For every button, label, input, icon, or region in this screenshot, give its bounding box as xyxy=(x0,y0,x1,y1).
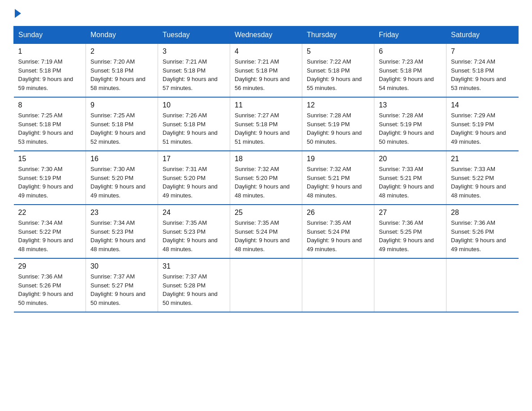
day-number: 31 xyxy=(163,262,225,270)
day-info: Sunrise: 7:37 AMSunset: 5:27 PMDaylight:… xyxy=(90,272,153,307)
day-info: Sunrise: 7:25 AMSunset: 5:18 PMDaylight:… xyxy=(18,111,82,146)
logo xyxy=(13,9,22,18)
week-row-1: 1 Sunrise: 7:19 AMSunset: 5:18 PMDayligh… xyxy=(14,44,519,98)
header-sunday: Sunday xyxy=(14,26,86,44)
day-cell-29: 29 Sunrise: 7:36 AMSunset: 5:26 PMDaylig… xyxy=(14,258,86,312)
day-cell-13: 13 Sunrise: 7:28 AMSunset: 5:19 PMDaylig… xyxy=(374,97,446,151)
day-cell-3: 3 Sunrise: 7:21 AMSunset: 5:18 PMDayligh… xyxy=(158,44,230,98)
day-number: 1 xyxy=(18,47,82,56)
day-info: Sunrise: 7:31 AMSunset: 5:20 PMDaylight:… xyxy=(163,165,225,200)
day-number: 25 xyxy=(235,209,297,217)
day-number: 8 xyxy=(18,101,82,109)
day-number: 3 xyxy=(163,47,225,56)
day-cell-2: 2 Sunrise: 7:20 AMSunset: 5:18 PMDayligh… xyxy=(86,44,158,98)
header-monday: Monday xyxy=(86,26,158,44)
day-cell-16: 16 Sunrise: 7:30 AMSunset: 5:20 PMDaylig… xyxy=(86,151,158,205)
day-number: 4 xyxy=(235,47,297,56)
day-cell-21: 21 Sunrise: 7:33 AMSunset: 5:22 PMDaylig… xyxy=(446,151,519,205)
day-info: Sunrise: 7:22 AMSunset: 5:18 PMDaylight:… xyxy=(307,57,369,92)
day-number: 14 xyxy=(451,101,514,109)
logo-arrow-icon xyxy=(15,9,21,18)
day-info: Sunrise: 7:27 AMSunset: 5:18 PMDaylight:… xyxy=(235,111,297,146)
day-info: Sunrise: 7:24 AMSunset: 5:18 PMDaylight:… xyxy=(451,57,514,92)
day-info: Sunrise: 7:36 AMSunset: 5:25 PMDaylight:… xyxy=(379,218,442,253)
day-cell-15: 15 Sunrise: 7:30 AMSunset: 5:19 PMDaylig… xyxy=(14,151,86,205)
week-row-2: 8 Sunrise: 7:25 AMSunset: 5:18 PMDayligh… xyxy=(14,97,519,151)
day-cell-1: 1 Sunrise: 7:19 AMSunset: 5:18 PMDayligh… xyxy=(14,44,86,98)
day-number: 13 xyxy=(379,101,442,109)
day-cell-14: 14 Sunrise: 7:29 AMSunset: 5:19 PMDaylig… xyxy=(446,97,519,151)
day-number: 7 xyxy=(451,47,514,56)
day-cell-22: 22 Sunrise: 7:34 AMSunset: 5:22 PMDaylig… xyxy=(14,205,86,258)
week-row-5: 29 Sunrise: 7:36 AMSunset: 5:26 PMDaylig… xyxy=(14,258,519,312)
day-number: 6 xyxy=(379,47,442,56)
day-cell-27: 27 Sunrise: 7:36 AMSunset: 5:25 PMDaylig… xyxy=(374,205,446,258)
day-number: 29 xyxy=(18,262,82,270)
day-info: Sunrise: 7:35 AMSunset: 5:24 PMDaylight:… xyxy=(307,218,369,253)
day-info: Sunrise: 7:33 AMSunset: 5:21 PMDaylight:… xyxy=(379,165,442,200)
day-info: Sunrise: 7:30 AMSunset: 5:19 PMDaylight:… xyxy=(18,165,82,200)
day-number: 19 xyxy=(307,155,369,163)
day-info: Sunrise: 7:36 AMSunset: 5:26 PMDaylight:… xyxy=(18,272,82,307)
day-info: Sunrise: 7:37 AMSunset: 5:28 PMDaylight:… xyxy=(163,272,225,307)
day-info: Sunrise: 7:25 AMSunset: 5:18 PMDaylight:… xyxy=(90,111,153,146)
day-cell-10: 10 Sunrise: 7:26 AMSunset: 5:18 PMDaylig… xyxy=(158,97,230,151)
day-info: Sunrise: 7:32 AMSunset: 5:20 PMDaylight:… xyxy=(235,165,297,200)
day-number: 20 xyxy=(379,155,442,163)
day-number: 21 xyxy=(451,155,514,163)
day-number: 18 xyxy=(235,155,297,163)
day-number: 26 xyxy=(307,209,369,217)
day-cell-28: 28 Sunrise: 7:36 AMSunset: 5:26 PMDaylig… xyxy=(446,205,519,258)
week-row-4: 22 Sunrise: 7:34 AMSunset: 5:22 PMDaylig… xyxy=(14,205,519,258)
day-cell-9: 9 Sunrise: 7:25 AMSunset: 5:18 PMDayligh… xyxy=(86,97,158,151)
day-cell-11: 11 Sunrise: 7:27 AMSunset: 5:18 PMDaylig… xyxy=(230,97,302,151)
day-number: 22 xyxy=(18,209,82,217)
day-cell-26: 26 Sunrise: 7:35 AMSunset: 5:24 PMDaylig… xyxy=(302,205,374,258)
day-number: 5 xyxy=(307,47,369,56)
day-number: 17 xyxy=(163,155,225,163)
day-info: Sunrise: 7:34 AMSunset: 5:22 PMDaylight:… xyxy=(18,218,82,253)
day-number: 12 xyxy=(307,101,369,109)
day-number: 11 xyxy=(235,101,297,109)
day-cell-5: 5 Sunrise: 7:22 AMSunset: 5:18 PMDayligh… xyxy=(302,44,374,98)
day-number: 23 xyxy=(90,209,153,217)
day-number: 28 xyxy=(451,209,514,217)
day-info: Sunrise: 7:28 AMSunset: 5:19 PMDaylight:… xyxy=(379,111,442,146)
page-header xyxy=(13,9,519,18)
day-info: Sunrise: 7:19 AMSunset: 5:18 PMDaylight:… xyxy=(18,57,82,92)
day-cell-25: 25 Sunrise: 7:35 AMSunset: 5:24 PMDaylig… xyxy=(230,205,302,258)
day-cell-31: 31 Sunrise: 7:37 AMSunset: 5:28 PMDaylig… xyxy=(158,258,230,312)
empty-cell xyxy=(446,258,519,312)
day-cell-17: 17 Sunrise: 7:31 AMSunset: 5:20 PMDaylig… xyxy=(158,151,230,205)
header-wednesday: Wednesday xyxy=(230,26,302,44)
day-cell-19: 19 Sunrise: 7:32 AMSunset: 5:21 PMDaylig… xyxy=(302,151,374,205)
calendar-header-row: SundayMondayTuesdayWednesdayThursdayFrid… xyxy=(14,26,519,44)
calendar-table: SundayMondayTuesdayWednesdayThursdayFrid… xyxy=(13,26,519,313)
day-number: 24 xyxy=(163,209,225,217)
empty-cell xyxy=(230,258,302,312)
day-info: Sunrise: 7:21 AMSunset: 5:18 PMDaylight:… xyxy=(235,57,297,92)
week-row-3: 15 Sunrise: 7:30 AMSunset: 5:19 PMDaylig… xyxy=(14,151,519,205)
day-info: Sunrise: 7:35 AMSunset: 5:23 PMDaylight:… xyxy=(163,218,225,253)
day-cell-18: 18 Sunrise: 7:32 AMSunset: 5:20 PMDaylig… xyxy=(230,151,302,205)
day-cell-20: 20 Sunrise: 7:33 AMSunset: 5:21 PMDaylig… xyxy=(374,151,446,205)
empty-cell xyxy=(374,258,446,312)
day-cell-23: 23 Sunrise: 7:34 AMSunset: 5:23 PMDaylig… xyxy=(86,205,158,258)
day-number: 27 xyxy=(379,209,442,217)
day-info: Sunrise: 7:35 AMSunset: 5:24 PMDaylight:… xyxy=(235,218,297,253)
header-saturday: Saturday xyxy=(446,26,519,44)
day-info: Sunrise: 7:20 AMSunset: 5:18 PMDaylight:… xyxy=(90,57,153,92)
day-info: Sunrise: 7:32 AMSunset: 5:21 PMDaylight:… xyxy=(307,165,369,200)
day-info: Sunrise: 7:30 AMSunset: 5:20 PMDaylight:… xyxy=(90,165,153,200)
day-info: Sunrise: 7:26 AMSunset: 5:18 PMDaylight:… xyxy=(163,111,225,146)
header-friday: Friday xyxy=(374,26,446,44)
day-cell-12: 12 Sunrise: 7:28 AMSunset: 5:19 PMDaylig… xyxy=(302,97,374,151)
day-cell-6: 6 Sunrise: 7:23 AMSunset: 5:18 PMDayligh… xyxy=(374,44,446,98)
day-info: Sunrise: 7:23 AMSunset: 5:18 PMDaylight:… xyxy=(379,57,442,92)
day-info: Sunrise: 7:34 AMSunset: 5:23 PMDaylight:… xyxy=(90,218,153,253)
day-info: Sunrise: 7:28 AMSunset: 5:19 PMDaylight:… xyxy=(307,111,369,146)
day-cell-24: 24 Sunrise: 7:35 AMSunset: 5:23 PMDaylig… xyxy=(158,205,230,258)
day-number: 30 xyxy=(90,262,153,270)
day-info: Sunrise: 7:33 AMSunset: 5:22 PMDaylight:… xyxy=(451,165,514,200)
header-tuesday: Tuesday xyxy=(158,26,230,44)
